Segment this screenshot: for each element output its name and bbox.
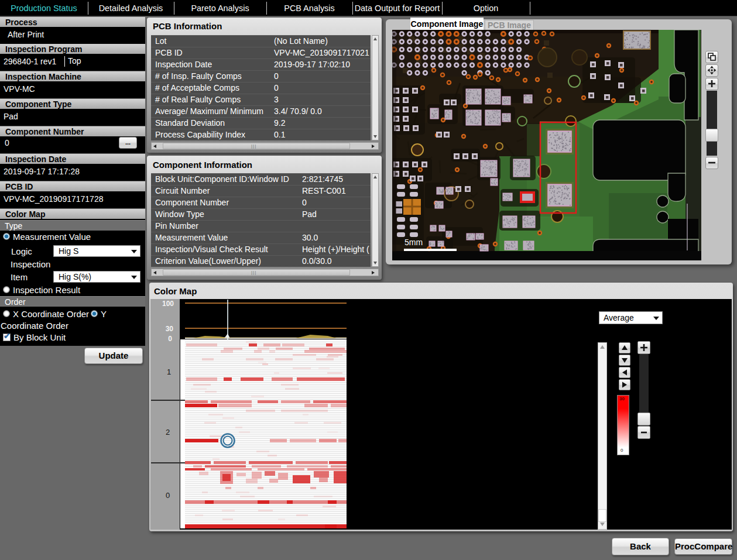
svg-text:0: 0 [166, 491, 170, 500]
svg-text:1: 1 [167, 367, 171, 376]
svg-text:5mm: 5mm [405, 238, 423, 247]
svg-text:2: 2 [166, 428, 170, 437]
svg-text:30: 30 [166, 325, 174, 333]
svg-text:0: 0 [168, 335, 172, 343]
svg-text:100: 100 [162, 300, 174, 308]
